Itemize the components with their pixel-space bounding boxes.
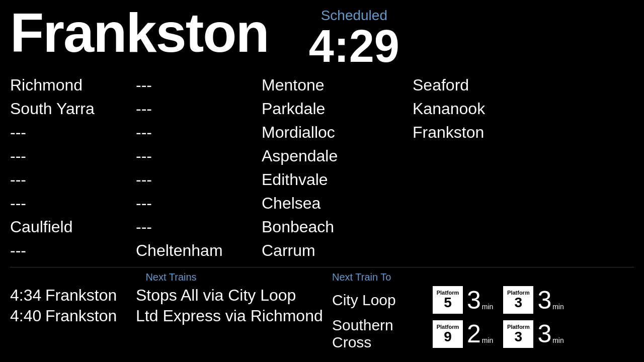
stop-cell: ---: [136, 121, 262, 144]
destination-title: Frankston: [10, 5, 269, 60]
scheduled-block: Scheduled 4:29: [309, 5, 399, 69]
train-destination: Frankston: [45, 286, 136, 305]
bottom-section: Next Trains 4:34 Frankston Stops All via…: [0, 267, 644, 348]
stop-cell: Chelsea: [262, 192, 413, 215]
stop-cell: Richmond: [10, 74, 136, 97]
stop-cell: [413, 216, 538, 238]
stop-cell: ---: [136, 192, 262, 215]
stop-cell: ---: [10, 239, 136, 262]
platform-pair: Platform 9 2 min Platform 3 3 min: [433, 320, 572, 348]
stop-cell: Aspendale: [262, 145, 413, 167]
destination-row: City Loop Platform 5 3 min Platform 3 3 …: [332, 286, 634, 314]
train-row: 4:34 Frankston Stops All via City Loop: [10, 286, 332, 305]
stop-cell: ---: [136, 216, 262, 238]
stop-cell: Seaford: [413, 74, 538, 97]
train-time: 4:34: [10, 286, 45, 305]
train-row: 4:40 Frankston Ltd Express via Richmond: [10, 307, 332, 325]
stop-cell: ---: [10, 121, 136, 144]
dest-list: City Loop Platform 5 3 min Platform 3 3 …: [332, 286, 634, 354]
stop-cell: Kananook: [413, 98, 538, 120]
minutes-label: min: [482, 336, 494, 344]
stop-cell: [413, 192, 538, 215]
platform-number: 5: [444, 296, 452, 310]
header: Frankston Scheduled 4:29: [0, 0, 644, 69]
scheduled-time: 4:29: [309, 24, 399, 69]
next-train-to-label: Next Train To: [332, 272, 634, 283]
minutes-number-2: 3: [537, 288, 551, 313]
stop-cell: Mordialloc: [262, 121, 413, 144]
stop-cell: Edithvale: [262, 168, 413, 191]
stop-cell: Caulfield: [10, 216, 136, 238]
train-time: 4:40: [10, 307, 45, 325]
minutes-label: min: [482, 303, 494, 311]
next-trains-block: Next Trains 4:34 Frankston Stops All via…: [10, 272, 332, 348]
stop-cell: ---: [136, 168, 262, 191]
stop-cell: Frankston: [413, 121, 538, 144]
minutes-number: 3: [467, 288, 481, 313]
train-destination: Frankston: [45, 307, 136, 325]
stop-cell: [413, 168, 538, 191]
stop-cell: [413, 145, 538, 167]
minutes-label-2: min: [552, 336, 564, 344]
stop-cell: Carrum: [262, 239, 413, 262]
minutes-block-2: 3 min: [537, 321, 564, 346]
minutes-block: 2 min: [467, 321, 493, 346]
destination-name: Southern Cross: [332, 317, 433, 351]
stop-cell: ---: [136, 98, 262, 120]
minutes-label-2: min: [552, 303, 564, 311]
platform-box-2: Platform 3: [503, 286, 533, 314]
stop-cell: ---: [136, 145, 262, 167]
stop-cell: ---: [10, 145, 136, 167]
destination-row: Southern Cross Platform 9 2 min Platform…: [332, 317, 634, 351]
platform-number-2: 3: [515, 330, 523, 344]
stop-cell: [413, 239, 538, 262]
stop-cell: ---: [10, 192, 136, 215]
platform-number-2: 3: [515, 296, 523, 310]
stop-cell: ---: [136, 74, 262, 97]
stops-grid: Richmond---MentoneSeafordSouth Yarra---P…: [0, 69, 644, 267]
stop-cell: Cheltenham: [136, 239, 262, 262]
platform-number: 9: [444, 330, 452, 344]
stop-cell: Parkdale: [262, 98, 413, 120]
next-train-to-block: Next Train To City Loop Platform 5 3 min…: [332, 272, 634, 348]
stop-cell: Mentone: [262, 74, 413, 97]
stop-cell: ---: [10, 168, 136, 191]
platform-box-2: Platform 3: [503, 320, 533, 348]
trains-list: 4:34 Frankston Stops All via City Loop 4…: [10, 286, 332, 325]
train-description: Ltd Express via Richmond: [136, 307, 323, 325]
stop-cell: South Yarra: [10, 98, 136, 120]
train-description: Stops All via City Loop: [136, 286, 296, 305]
minutes-number: 2: [467, 321, 481, 346]
minutes-block: 3 min: [467, 288, 493, 313]
next-trains-label: Next Trains: [10, 272, 332, 283]
stop-cell: Bonbeach: [262, 216, 413, 238]
platform-box: Platform 5: [433, 286, 463, 314]
platform-box: Platform 9: [433, 320, 463, 348]
platform-pair: Platform 5 3 min Platform 3 3 min: [433, 286, 572, 314]
minutes-number-2: 3: [537, 321, 551, 346]
minutes-block-2: 3 min: [537, 288, 564, 313]
destination-name: City Loop: [332, 292, 433, 309]
